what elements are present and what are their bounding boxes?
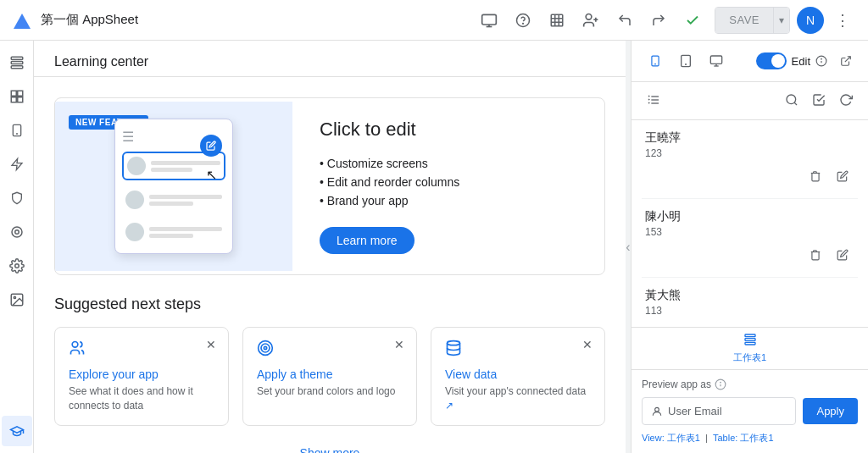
bottom-tab[interactable]: 工作表1 [632,327,868,369]
sidebar-item-media[interactable] [2,285,32,315]
delete-row-0[interactable] [804,164,827,188]
suggestion-link-1[interactable]: Apply a theme [257,367,403,381]
add-user-icon-btn[interactable] [576,5,606,36]
app-preview-list: 王曉萍 123 [632,120,868,327]
logo-area: 第一個 AppSheet [10,8,138,32]
suggestion-close-0[interactable]: ✕ [203,336,220,353]
toggle-knob [771,54,785,68]
view-value: 工作表1 [667,433,700,443]
feature-card: NEW FEATURE ☰ [54,97,605,275]
apply-button[interactable]: Apply [803,398,858,424]
edit-row-0[interactable] [831,164,854,188]
learn-more-button[interactable]: Learn more [320,227,415,254]
phone-mockup: ☰ [114,119,233,254]
preview-toolbar-left [642,89,665,113]
feature-text: Click to edit Customize screens Edit and… [292,98,604,274]
svg-point-24 [12,227,22,237]
device-desktop-btn[interactable] [703,47,730,75]
table-row: 王曉萍 123 [642,120,858,199]
top-nav: 第一個 AppSheet [0,0,868,41]
row-actions-1 [645,243,854,267]
suggestion-desc-0: See what it does and how it connects to … [69,384,214,413]
device-phone-btn[interactable] [642,47,669,75]
phone-avatar-3 [125,223,144,241]
sidebar-item-security[interactable] [2,183,32,213]
svg-rect-52 [745,342,755,345]
sidebar-item-intelligence[interactable] [2,217,32,247]
bullet-1: Customize screens [320,154,577,173]
feature-title: Click to edit [320,119,577,141]
nav-icons: SAVE ▾ N ⋮ [474,5,858,36]
suggestion-link-2[interactable]: View data [445,367,591,381]
svg-point-28 [14,296,15,298]
user-email-input[interactable]: User Email [642,397,796,425]
search-toolbar-btn[interactable] [780,89,804,113]
phone-line [151,161,220,165]
device-tablet-btn[interactable] [672,47,699,75]
edit-toggle-switch[interactable] [756,52,787,69]
phone-line-short [151,168,192,172]
phone-line-3 [149,227,222,231]
info-icon [715,378,726,390]
check-btn[interactable] [677,5,708,36]
sidebar-item-views[interactable] [2,81,32,112]
svg-point-32 [264,346,266,349]
feature-illustration: NEW FEATURE ☰ [55,102,292,271]
open-external-btn[interactable] [834,49,858,73]
screen-icon-btn[interactable] [474,5,504,36]
save-dropdown-btn[interactable]: ▾ [773,8,789,33]
svg-point-56 [655,407,659,412]
right-panel-actions: Edit [756,49,858,73]
feature-bullets: Customize screens Edit and reorder colum… [320,154,577,210]
svg-rect-14 [11,57,23,59]
suggestion-card-2: ✕ View data Visit your app's connected d… [431,327,605,426]
table-icon-btn[interactable] [542,5,572,36]
sidebar-item-learning[interactable] [2,416,32,446]
section-header: Learning center [34,41,626,77]
sidebar [0,41,34,453]
redo-btn[interactable] [643,5,674,36]
delete-row-1[interactable] [804,243,827,267]
phone-lines-2 [149,195,222,206]
user-email-value: User Email [668,405,722,417]
suggestion-close-2[interactable]: ✕ [579,336,596,353]
undo-btn[interactable] [609,5,640,36]
content-area: Learning center NEW FEATURE ☰ [34,41,626,453]
checkbox-toolbar-btn[interactable] [807,89,831,113]
cursor-icon: ↖ [206,167,217,183]
sidebar-item-automation[interactable] [2,149,32,180]
edit-info-icon [815,55,827,67]
table-value: 工作表1 [740,433,773,443]
save-button-group: SAVE ▾ [715,7,790,34]
svg-marker-0 [14,14,31,29]
sort-icon-btn[interactable] [642,89,665,113]
edit-label: Edit [792,55,810,68]
help-icon-btn[interactable] [508,5,538,36]
view-label: View: [642,433,665,443]
sidebar-item-mobile[interactable] [2,115,32,146]
svg-point-48 [787,95,796,104]
suggested-title: Suggested next steps [54,296,605,313]
svg-rect-19 [11,97,16,102]
edit-circle [200,135,222,157]
avatar[interactable]: N [797,7,824,34]
view-info: View: 工作表1 | Table: 工作表1 [642,432,858,445]
suggestion-icon-0 [69,340,214,361]
row-val-2: 113 [645,305,854,317]
show-more-button[interactable]: Show more [287,439,374,453]
svg-rect-1 [482,14,497,25]
more-options-btn[interactable]: ⋮ [827,5,858,36]
save-button[interactable]: SAVE [715,8,773,33]
sidebar-item-settings[interactable] [2,251,32,281]
suggestions-row: ✕ Explore your app See what it does and … [54,327,605,426]
svg-rect-38 [710,56,721,64]
svg-line-49 [794,102,797,105]
row-val-0: 123 [645,147,854,159]
sidebar-item-data[interactable] [2,47,32,78]
suggestion-desc-2: Visit your app's connected data ↗ [445,384,591,413]
right-panel-top: Edit [632,41,868,82]
suggestion-close-1[interactable]: ✕ [391,336,408,353]
suggestion-link-0[interactable]: Explore your app [69,367,214,381]
edit-row-1[interactable] [831,243,854,267]
refresh-toolbar-btn[interactable] [834,89,858,113]
